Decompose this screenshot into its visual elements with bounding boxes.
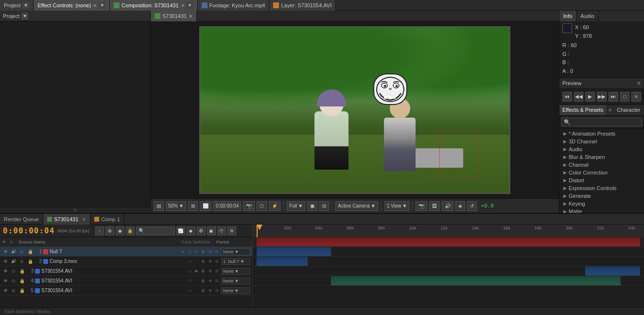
camera-btn[interactable]: 📷 [243, 201, 255, 211]
tab-composition-menu[interactable]: ▼ [187, 2, 193, 9]
layer-4-vis[interactable]: 👁 [2, 278, 9, 284]
sw-mb[interactable]: ◐ [200, 268, 206, 274]
sw-collapse[interactable]: ⊟ [214, 249, 220, 255]
layer-5-lock[interactable]: 🔒 [18, 287, 25, 294]
sw-vis[interactable]: ● [180, 249, 186, 255]
sw-vis[interactable]: ◁ [187, 278, 192, 284]
timecode-display[interactable]: 0:00:00:04 [213, 201, 241, 211]
sw-mb[interactable]: ◐ [200, 259, 206, 264]
sw-mb[interactable]: ◐ [200, 288, 206, 294]
effect-item-animation-presets[interactable]: ▶ * Animation Presets [559, 130, 644, 138]
tab-render-queue[interactable]: Render Queue [0, 214, 43, 225]
res-btn[interactable]: ▣ [307, 201, 317, 211]
sw-audio[interactable]: ◎ [187, 249, 192, 255]
layer-row-1[interactable]: 👁 🔊 ⊙ 🔒 1 Null 7 ● ◎ fx ◐ ⊕ ⊟ None ▼ [0, 247, 252, 257]
sw-vis[interactable]: ◁ [187, 288, 192, 294]
layer-2-lock[interactable]: 🔒 [27, 258, 34, 265]
tl-time-remap[interactable]: ⏱ [217, 227, 226, 235]
effect-item-blur-sharpen[interactable]: ▶ Blur & Sharpen [559, 153, 644, 161]
tl-columns-btn[interactable]: ⊞ [105, 227, 114, 235]
tab-layer[interactable]: Layer: S7301554.AVI [269, 0, 336, 11]
grid-btn2[interactable]: ⊟ [319, 201, 329, 211]
layer-3-solo[interactable]: ⊙ [10, 268, 17, 275]
sw-mb[interactable]: ◐ [200, 249, 206, 255]
tab-effects-presets[interactable]: Effects & Presets [559, 105, 606, 116]
tl-timecode[interactable]: 0:00:00:04 [3, 226, 54, 235]
layer-row-5[interactable]: 👁 ⊙ 🔒 5 S7301554.AVI ◁ ◐ ⊕ ⊟ None ▼ [0, 286, 252, 296]
comp-subtab-s7301431[interactable]: S7301431 ✕ [151, 11, 197, 21]
sw-3d[interactable]: ⊕ [207, 259, 213, 264]
layer-2-solo[interactable]: ⊙ [18, 258, 25, 265]
effect-item-matte[interactable]: ▶ Matte [559, 208, 644, 213]
tl-add-marker[interactable]: ◆ [187, 227, 195, 235]
layer-1-solo[interactable]: ⊙ [18, 248, 25, 255]
layer-1-vis[interactable]: 👁 [2, 248, 9, 255]
preview-last-btn[interactable]: ⏭ [609, 92, 618, 102]
s7301431-close[interactable]: ✕ [82, 217, 86, 222]
active-camera-dropdown[interactable]: Active Camera ▼ [335, 201, 378, 211]
layer-1-audio[interactable]: 🔊 [10, 248, 17, 255]
tab-s7301431[interactable]: S7301431 ✕ [43, 214, 90, 225]
layer-5-parent[interactable]: None ▼ [221, 287, 250, 294]
tab-composition-close[interactable]: ✕ [181, 3, 185, 8]
preview-next-btn[interactable]: ▶▶ [597, 92, 607, 102]
tl-solo-mode[interactable]: ◉ [116, 227, 124, 235]
quality-dropdown[interactable]: Full ▼ [287, 201, 305, 211]
effects-search-input[interactable] [561, 118, 642, 126]
sw-3d[interactable]: ⊕ [207, 288, 213, 294]
tl-search-input[interactable] [136, 227, 175, 235]
snapshot-btn[interactable]: 📷 [416, 201, 427, 211]
color-mgmt-btn[interactable]: ⬡ [257, 201, 267, 211]
sw-3d[interactable]: ⊕ [207, 249, 213, 255]
tl-time-ruler[interactable]: 02s 04s 06s 08s 10s 12s [253, 225, 644, 237]
layer-4-solo[interactable]: ⊙ [10, 278, 17, 284]
effect-item-keying[interactable]: ▶ Keying [559, 200, 644, 208]
mask-btn[interactable]: ⬜ [200, 201, 211, 211]
layer-row-2[interactable]: 👁 🔊 ⊙ 🔒 2 Comp 3.mov ◁ ◐ ⊕ ⊟ 1. Null 7 ▼ [0, 257, 252, 266]
show-snapshot-btn[interactable]: 🖼 [429, 201, 440, 211]
sw-fx[interactable]: fx [193, 268, 199, 274]
preview-prev-btn[interactable]: ◀◀ [574, 92, 584, 102]
tl-lock-btn[interactable]: 🔒 [126, 227, 135, 235]
layer-row-3[interactable]: 👁 ⊙ 🔒 3 S7301554.AVI ◁ fx ◐ ⊕ ⊟ None ▼ [0, 266, 252, 276]
layer-3-parent[interactable]: None ▼ [221, 268, 250, 275]
tab-footage[interactable]: Footage: Kyou Arc.mp4 [198, 0, 270, 11]
preview-play-btn[interactable]: ▶ [585, 92, 595, 102]
sw-3d[interactable]: ⊕ [207, 278, 213, 284]
comp-preview-toggle[interactable]: ▤ [154, 201, 164, 211]
layer-1-lock[interactable]: 🔒 [27, 248, 34, 255]
effect-item-audio[interactable]: ▶ Audio [559, 145, 644, 153]
preview-first-btn[interactable]: ⏮ [562, 92, 572, 102]
effects-tab-close[interactable]: ✕ [606, 107, 614, 113]
sw-fx[interactable] [193, 259, 199, 264]
sw-mb[interactable]: ◐ [200, 278, 206, 284]
tab-effect-controls[interactable]: Effect Controls: (none) ✕ ▼ [34, 0, 110, 11]
sw-fx[interactable]: fx [193, 249, 199, 255]
sw-collapse[interactable]: ⊟ [214, 268, 220, 274]
tab-project-menu[interactable]: ▼ [22, 2, 29, 9]
fast-preview-btn[interactable]: ⚡ [269, 201, 280, 211]
layer-2-parent[interactable]: 1. Null 7 ▼ [221, 258, 250, 265]
layer-5-vis[interactable]: 👁 [2, 287, 9, 294]
layer-2-vis[interactable]: 👁 [2, 258, 9, 265]
effect-item-3d-channel[interactable]: ▶ 3D Channel [559, 138, 644, 145]
layer-4-parent[interactable]: None ▼ [221, 278, 250, 284]
tab-character[interactable]: Character [614, 105, 643, 116]
effect-item-generate[interactable]: ▶ Generate [559, 192, 644, 200]
layer-3-lock[interactable]: 🔒 [18, 268, 25, 275]
layer-1-parent[interactable]: None ▼ [221, 248, 250, 255]
mute-audio-btn[interactable]: 🔊 [442, 201, 453, 211]
layer-4-lock[interactable]: 🔒 [18, 278, 25, 284]
sw-3d[interactable]: ⊕ [207, 268, 213, 274]
viewer-canvas[interactable] [199, 26, 510, 194]
layer-2-audio[interactable]: 🔊 [10, 258, 17, 265]
effect-item-distort[interactable]: ▶ Distort [559, 176, 644, 184]
tab-info[interactable]: Info [559, 11, 576, 21]
layer-row-4[interactable]: 👁 ⊙ 🔒 4 S7301554.AVI ◁ ◐ ⊕ ⊟ None ▼ [0, 276, 252, 286]
tab-project[interactable]: Project ▼ [0, 0, 34, 11]
tl-expand-btn[interactable]: ↕ [95, 227, 104, 235]
tab-effect-controls-close[interactable]: ✕ [93, 3, 97, 8]
effect-item-channel[interactable]: ▶ Channel [559, 161, 644, 169]
tab-comp1[interactable]: Comp 1 [90, 214, 124, 225]
preview-stop-btn[interactable]: □ [620, 92, 630, 102]
